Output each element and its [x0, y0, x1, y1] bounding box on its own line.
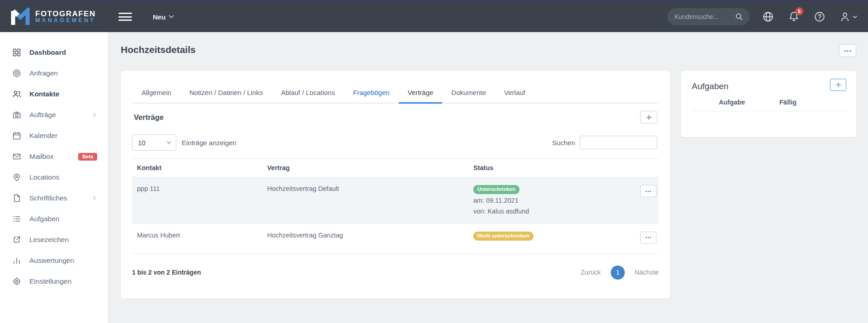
list-icon [12, 214, 21, 223]
pagination-prev[interactable]: Zurück [580, 269, 600, 276]
column-header-aufgabe: Aufgabe [719, 99, 745, 106]
main-content: Hochzeitsdetails Allgemein Notizen / Dat… [108, 32, 868, 323]
column-header-status[interactable]: Status [468, 164, 604, 171]
chevron-right-icon [92, 195, 97, 201]
new-dropdown-button[interactable]: Neu [153, 13, 174, 21]
row-actions-button[interactable] [640, 232, 656, 244]
sidebar-item-einstellungen[interactable]: Einstellungen [0, 271, 108, 292]
sidebar-label: Locations [29, 173, 59, 181]
map-pin-icon [12, 173, 21, 182]
app-logo[interactable]: FOTOGRAFEN MANAGEMENT [0, 8, 108, 26]
column-header-kontakt[interactable]: Kontakt [132, 164, 262, 171]
plus-icon [835, 82, 841, 88]
customer-search-input[interactable] [675, 13, 734, 20]
camera-icon [12, 110, 21, 119]
notification-count-badge[interactable]: 5 [795, 7, 803, 15]
table-search-label: Suchen [552, 139, 575, 147]
sidebar-label: Mailbox [29, 152, 53, 161]
globe-icon [762, 11, 774, 23]
sidebar: Dashboard Anfragen Kontakte Aufträge [0, 32, 108, 323]
page-length-select[interactable]: 10 [132, 134, 176, 151]
chevron-right-icon [92, 112, 97, 118]
bar-chart-icon [12, 256, 21, 265]
tasks-title: Aufgaben [692, 79, 728, 91]
cell-vertrag: Hochzeitsvertrag Default [262, 177, 468, 200]
contracts-table: Kontakt Vertrag Status ppp 111 Hochzeits… [132, 158, 659, 254]
help-icon [814, 11, 826, 23]
brand-text: FOTOGRAFEN MANAGEMENT [35, 10, 96, 24]
pagination-page-1[interactable]: 1 [611, 266, 625, 280]
brand-line2: MANAGEMENT [35, 18, 96, 24]
table-row[interactable]: ppp 111 Hochzeitsvertrag Default Untersc… [132, 177, 659, 224]
language-globe-button[interactable] [762, 10, 774, 23]
status-badge-signed: Unterschrieben [473, 185, 519, 194]
new-dropdown-label: Neu [153, 13, 165, 21]
table-row[interactable]: Marcus Hubert Hochzeitsvertrag Ganztag N… [132, 224, 659, 254]
detail-tabs: Allgemein Notizen / Dateien / Links Abla… [132, 71, 658, 104]
sidebar-item-kontakte[interactable]: Kontakte [0, 84, 108, 104]
sidebar-label: Kalender [29, 132, 57, 140]
search-icon[interactable] [734, 12, 744, 22]
page-length-value: 10 [138, 139, 146, 147]
pagination-next[interactable]: Nächste [635, 269, 659, 276]
tasks-divider [692, 111, 845, 111]
gear-icon [12, 277, 21, 286]
row-actions-button[interactable] [640, 185, 656, 197]
sidebar-label: Schriftliches [29, 194, 67, 202]
tab-allgemein[interactable]: Allgemein [132, 83, 180, 103]
brand-line1: FOTOGRAFEN [35, 10, 96, 18]
tab-vertraege[interactable]: Verträge [399, 83, 443, 104]
user-icon [839, 11, 851, 23]
cell-status: Nicht unterschrieben [468, 224, 604, 248]
column-header-vertrag[interactable]: Vertrag [262, 164, 468, 171]
sidebar-item-auswertungen[interactable]: Auswertungen [0, 250, 108, 271]
page-title: Hochzeitsdetails [121, 44, 196, 55]
sidebar-item-schriftliches[interactable]: Schriftliches [0, 188, 108, 209]
sidebar-item-anfragen[interactable]: Anfragen [0, 63, 108, 84]
sidebar-label: Anfragen [29, 69, 58, 77]
status-signed-by: von: Kalus asdfund [473, 207, 604, 216]
column-header-faellig: Fällig [779, 99, 797, 106]
page-actions-button[interactable] [839, 44, 856, 57]
sidebar-label: Aufgaben [29, 215, 59, 223]
tab-frageboegen[interactable]: Fragebögen [344, 83, 399, 103]
calendar-icon [12, 131, 21, 140]
contracts-section-title: Verträge [134, 113, 164, 122]
wedding-details-card: Allgemein Notizen / Dateien / Links Abla… [121, 71, 670, 299]
tab-ablauf-locations[interactable]: Ablauf / Locations [272, 83, 344, 103]
status-badge-unsigned: Nicht unterschrieben [473, 232, 533, 241]
sidebar-item-locations[interactable]: Locations [0, 167, 108, 188]
sidebar-item-dashboard[interactable]: Dashboard [0, 42, 108, 63]
sidebar-label: Kontakte [29, 90, 59, 98]
ellipsis-icon [844, 50, 851, 52]
ellipsis-icon [645, 190, 651, 192]
sidebar-label: Einstellungen [29, 277, 71, 285]
sidebar-item-kalender[interactable]: Kalender [0, 125, 108, 146]
plus-icon [646, 114, 652, 120]
external-link-icon [12, 235, 21, 244]
sidebar-item-mailbox[interactable]: Mailbox Beta [0, 146, 108, 167]
table-header-row: Kontakt Vertrag Status [132, 158, 659, 177]
sidebar-item-lesezeichen[interactable]: Lesezeichen [0, 229, 108, 250]
chevron-down-icon [169, 15, 174, 19]
user-menu-button[interactable] [839, 11, 857, 23]
notifications-button[interactable]: 5 [788, 10, 800, 23]
sidebar-item-auftraege[interactable]: Aufträge [0, 104, 108, 125]
cell-kontakt: ppp 111 [132, 177, 262, 200]
tab-verlauf[interactable]: Verlauf [495, 83, 534, 103]
tab-notizen-dateien-links[interactable]: Notizen / Dateien / Links [180, 83, 272, 103]
tab-dokumente[interactable]: Dokumente [442, 83, 495, 103]
add-task-button[interactable] [830, 79, 846, 91]
ellipsis-icon [645, 237, 651, 238]
sidebar-item-aufgaben[interactable]: Aufgaben [0, 209, 108, 229]
add-contract-button[interactable] [640, 111, 657, 124]
mail-icon [12, 152, 21, 161]
cell-vertrag: Hochzeitsvertrag Ganztag [262, 224, 468, 247]
pagination: Zurück 1 Nächste [580, 266, 659, 280]
help-button[interactable] [813, 10, 826, 23]
customer-search[interactable] [667, 8, 750, 25]
tasks-card: Aufgaben Aufgabe Fällig [681, 71, 856, 137]
table-search-input[interactable] [580, 136, 657, 149]
menu-toggle-icon[interactable] [118, 12, 132, 22]
topbar: FOTOGRAFEN MANAGEMENT Neu 5 [0, 1, 868, 32]
